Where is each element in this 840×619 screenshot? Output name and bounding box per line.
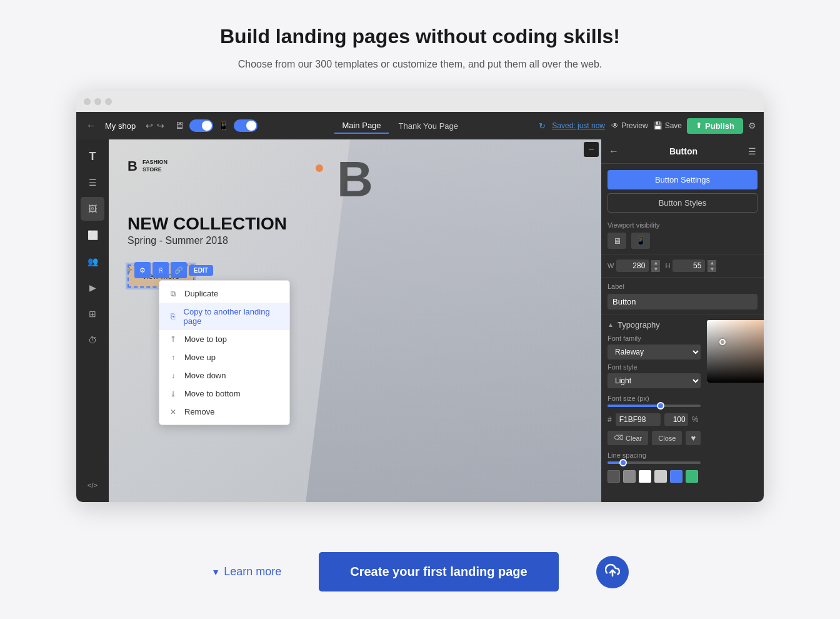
swatch-dark-gray[interactable] — [608, 470, 620, 483]
desktop-viewport-btn[interactable]: 🖥 — [608, 233, 626, 249]
layout-icon: ⊞ — [89, 309, 96, 319]
sidebar-tool-sections[interactable]: ☰ — [81, 171, 104, 194]
context-move-down[interactable]: ↓ Move down — [159, 366, 289, 385]
mobile-viewport-btn[interactable]: 📱 — [631, 233, 650, 249]
save-button[interactable]: 💾 Save — [653, 121, 682, 130]
collection-title: NEW COLLECTION — [128, 214, 287, 234]
center-b-letter: B — [337, 151, 373, 208]
eraser-icon: ⌫ — [614, 434, 624, 442]
spacing-thumb[interactable] — [619, 459, 627, 466]
width-decrement[interactable]: ▼ — [651, 266, 660, 272]
upload-circle-button[interactable] — [596, 556, 629, 588]
sidebar-tool-image[interactable]: 🖼 — [81, 197, 104, 221]
mobile-icon: 📱 — [218, 121, 229, 131]
sidebar-tool-text[interactable]: T — [81, 144, 104, 168]
learn-more-link[interactable]: ▼ Learn more — [211, 565, 281, 578]
panel-menu-button[interactable]: ☰ — [748, 146, 756, 156]
width-increment[interactable]: ▲ — [651, 260, 660, 266]
typography-title: Typography — [618, 320, 660, 330]
redo-button[interactable]: ↪ — [157, 121, 164, 131]
height-input[interactable] — [672, 259, 705, 272]
viewport-label: Viewport visibility — [608, 221, 758, 229]
sidebar-tool-widget[interactable]: ⬜ — [81, 223, 104, 247]
preview-button[interactable]: 👁 Preview — [611, 121, 648, 130]
font-family-label: Font family — [608, 335, 701, 342]
canvas-area[interactable]: B B FASHIONSTORE NEW COLLECTION Spring -… — [109, 139, 601, 502]
back-arrow-icon[interactable]: ← — [84, 118, 99, 134]
sidebar-tool-timer[interactable]: ⏱ — [81, 328, 104, 352]
create-page-button[interactable]: Create your first landing page — [319, 552, 558, 591]
orange-dot — [316, 164, 323, 172]
font-size-slider[interactable] — [608, 405, 701, 407]
swatch-gray[interactable] — [623, 470, 636, 483]
font-size-thumb[interactable] — [657, 402, 664, 410]
swatch-blue[interactable] — [670, 470, 682, 483]
context-copy-to-page[interactable]: ⎘ Copy to another landing page — [159, 303, 289, 330]
color-gradient-area[interactable] — [707, 320, 764, 383]
context-remove[interactable]: ✕ Remove — [159, 403, 289, 421]
swatch-green[interactable] — [686, 470, 698, 483]
element-edit-btn[interactable]: EDIT — [189, 265, 213, 276]
arrow-down-icon: ▼ — [211, 567, 220, 577]
font-family-select[interactable]: Raleway — [608, 345, 701, 360]
width-input[interactable] — [616, 259, 649, 272]
viewport-icons-group: 🖥 📱 — [608, 233, 758, 249]
swatch-white[interactable] — [639, 470, 651, 483]
text-tool-icon: T — [89, 150, 96, 163]
thank-you-page-tab[interactable]: Thank You Page — [391, 118, 466, 134]
swatch-light-gray[interactable] — [654, 470, 667, 483]
publish-button[interactable]: ⬆ Publish — [687, 118, 743, 134]
right-panel: ← Button ☰ Button Settings Button Styles… — [601, 139, 764, 502]
typography-row: ▲ Typography Font family Raleway Font st… — [601, 315, 764, 485]
font-style-select[interactable]: Light — [608, 373, 701, 388]
browser-dot-red — [84, 98, 91, 105]
label-input[interactable] — [608, 294, 758, 310]
browser-dot-yellow — [94, 98, 101, 105]
opacity-input[interactable] — [664, 413, 688, 426]
duplicate-icon: ⧉ — [168, 289, 178, 298]
wh-inputs-group: W ▲ ▼ H ▲ ▼ — [608, 259, 758, 272]
context-move-up[interactable]: ↑ Move up — [159, 348, 289, 366]
collection-subtitle: Spring - Summer 2018 — [128, 235, 287, 246]
undo-button[interactable]: ↩ — [146, 121, 153, 131]
color-picker-container — [707, 320, 764, 383]
move-top-icon: ⤒ — [168, 335, 178, 344]
clear-color-button[interactable]: ⌫ Clear — [608, 431, 648, 445]
hex-input[interactable] — [616, 413, 661, 426]
button-styles-tab[interactable]: Button Styles — [608, 193, 758, 213]
height-increment[interactable]: ▲ — [708, 260, 716, 266]
mobile-toggle[interactable] — [234, 119, 258, 132]
hero-section: Build landing pages without coding skill… — [208, 0, 632, 91]
label-field-label: Label — [608, 283, 758, 290]
panel-back-button[interactable]: ← — [609, 146, 619, 157]
collapse-panel-btn[interactable]: − — [584, 142, 599, 157]
element-mini-toolbar: ✛ ⚙ ⎘ 🔗 EDIT — [126, 262, 213, 278]
font-style-row: Font style Light — [601, 363, 707, 392]
context-duplicate[interactable]: ⧉ Duplicate — [159, 284, 289, 303]
element-duplicate-btn[interactable]: ⎘ — [152, 262, 169, 278]
desktop-icon: 🖥 — [174, 120, 184, 131]
context-move-bottom[interactable]: ⤓ Move to bottom — [159, 385, 289, 403]
sidebar-tool-layout[interactable]: ⊞ — [81, 302, 104, 326]
context-move-top[interactable]: ⤒ Move to top — [159, 330, 289, 348]
element-settings-btn[interactable]: ⚙ — [134, 262, 151, 278]
widget-icon: ⬜ — [88, 230, 98, 240]
hero-title: Build landing pages without coding skill… — [220, 25, 620, 48]
height-decrement[interactable]: ▼ — [708, 266, 716, 272]
save-color-button[interactable]: ♥ — [686, 431, 701, 445]
desktop-toggle[interactable] — [189, 119, 213, 132]
move-handle[interactable]: ✛ — [126, 266, 132, 274]
typography-header[interactable]: ▲ Typography — [601, 315, 707, 335]
sidebar-tool-code[interactable]: </> — [81, 473, 104, 497]
sidebar-tool-video[interactable]: ▶ — [81, 276, 104, 299]
panel-title: Button — [669, 146, 698, 156]
close-color-button[interactable]: Close — [652, 431, 682, 445]
main-page-tab[interactable]: Main Page — [334, 118, 388, 134]
width-label: W — [608, 262, 614, 269]
button-settings-tab[interactable]: Button Settings — [608, 170, 758, 189]
left-sidebar: T ☰ 🖼 ⬜ 👥 ▶ ⊞ ⏱ </> — [76, 139, 109, 502]
element-link-btn[interactable]: 🔗 — [171, 262, 187, 278]
line-spacing-slider[interactable] — [608, 461, 701, 464]
settings-button[interactable]: ⚙ — [748, 121, 756, 131]
sidebar-tool-people[interactable]: 👥 — [81, 249, 104, 273]
